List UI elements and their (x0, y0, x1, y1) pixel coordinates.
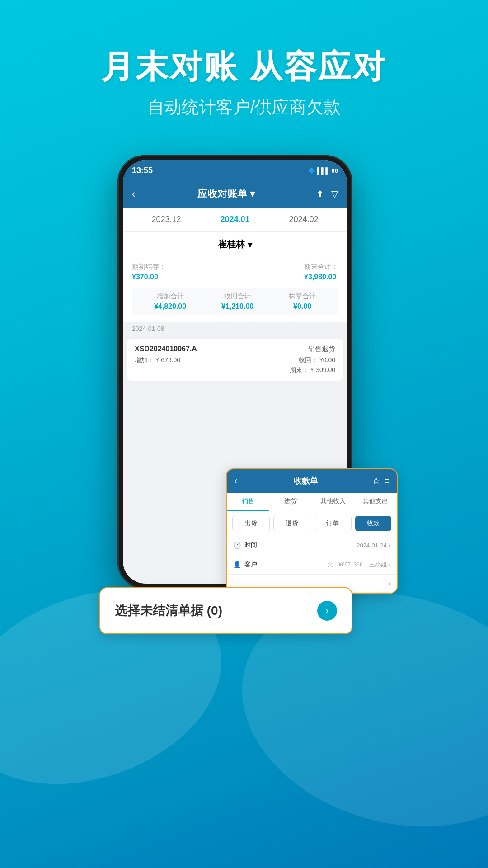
overlay-back-button[interactable]: ‹ (234, 475, 237, 487)
customer-field-arrow: › (389, 561, 390, 568)
period-end-stat: 期末合计： ¥3,980.00 (304, 263, 338, 281)
period-end-label: 期末合计： (304, 263, 338, 271)
sub-title: 自动统计客户/供应商欠款 (101, 96, 387, 119)
page-container: 月末对账 从容应对 自动统计客户/供应商欠款 13:55 🔷 ▌▌▌ 66 ‹ (0, 0, 488, 868)
nav-bar: ‹ 应收对账单 ▾ ⬆ ▽ (123, 180, 347, 208)
writeoff-stat: 抹零合计 ¥0.00 (289, 292, 316, 311)
header-section: 月末对账 从容应对 自动统计客户/供应商欠款 (101, 45, 387, 119)
filter-icon[interactable]: ▽ (331, 189, 338, 199)
transaction-type: 销售退货 (308, 345, 335, 354)
export-icon[interactable]: ⬆ (316, 189, 324, 199)
period-start-value: ¥370.00 (132, 273, 166, 281)
order-button[interactable]: 订单 (314, 516, 352, 531)
overlay-title: 收款单 (294, 476, 318, 486)
main-title: 月末对账 从容应对 (101, 45, 387, 89)
battery-icon: 66 (332, 167, 338, 174)
delivery-button[interactable]: 出货 (232, 516, 270, 531)
customer-name[interactable]: 崔桂林 ▾ (132, 238, 338, 250)
tx-recover: 收回： ¥0.00 (299, 356, 335, 364)
collect-button[interactable]: 收款 (355, 516, 392, 531)
writeoff-label: 抹零合计 (289, 292, 316, 301)
nav-dropdown-icon[interactable]: ▾ (250, 188, 255, 200)
customer-arrow-icon: ▾ (248, 239, 252, 250)
nav-title: 应收对账单 ▾ (197, 187, 255, 201)
status-bar: 13:55 🔷 ▌▌▌ 66 (123, 160, 347, 180)
print-icon[interactable]: ⎙ (374, 476, 379, 486)
tx-increase: 增加： ¥-679.00 (135, 356, 180, 364)
phone-wrapper: 13:55 🔷 ▌▌▌ 66 ‹ 应收对账单 ▾ ⬆ (117, 155, 371, 607)
overlay-nav-icons: ⎙ ≡ (374, 476, 389, 486)
bottom-card-text: 选择未结清单据 (0) (115, 602, 222, 619)
period-end-value: ¥3,980.00 (304, 273, 338, 281)
recover-label: 收回合计 (224, 292, 251, 301)
recover-stat: 收回合计 ¥1,210.00 (221, 292, 253, 311)
back-button[interactable]: ‹ (132, 188, 136, 200)
recover-value: ¥1,210.00 (221, 302, 253, 311)
bottom-card[interactable]: 选择未结清单据 (0) › (99, 587, 352, 634)
overlay-action-buttons: 出货 退货 订单 收款 (227, 511, 397, 536)
date-tabs: 2023.12 2024.01 2024.02 (123, 208, 347, 232)
customer-icon: 👤 (233, 561, 241, 568)
tab-other-income[interactable]: 其他收入 (312, 493, 354, 511)
period-start-stat: 期初结存： ¥370.00 (132, 263, 166, 281)
overlay-card: ‹ 收款单 ⎙ ≡ 销售 进货 其他收入 其他支出 出货 退货 订单 收款 (226, 468, 398, 594)
increase-value: ¥4,820.00 (154, 302, 186, 311)
tab-sales[interactable]: 销售 (227, 493, 269, 511)
stats-section: 期初结存： ¥370.00 期末合计： ¥3,980.00 增加合计 ¥4,82… (123, 257, 347, 322)
customer-field[interactable]: 👤 客户 欠：¥6671366... 王小姐 › (227, 555, 397, 575)
date-group-label: 2024-01-08 (123, 322, 347, 335)
overlay-tabs: 销售 进货 其他收入 其他支出 (227, 493, 397, 511)
bluetooth-icon: 🔷 (308, 167, 315, 174)
time-icon: 🕐 (233, 542, 241, 549)
period-start-label: 期初结存： (132, 263, 166, 271)
date-tab-next[interactable]: 2024.02 (289, 215, 318, 224)
transaction-item[interactable]: XSD2024010067.A 销售退货 增加： ¥-679.00 收回： ¥0… (127, 339, 343, 381)
writeoff-value: ¥0.00 (293, 302, 311, 311)
extra-field-arrow: › (389, 580, 390, 587)
list-icon[interactable]: ≡ (385, 476, 389, 486)
time-field[interactable]: 🕐 时间 2024-01-24 › (227, 536, 397, 555)
nav-icons: ⬆ ▽ (316, 189, 338, 199)
date-tab-prev[interactable]: 2023.12 (151, 215, 181, 224)
overlay-nav: ‹ 收款单 ⎙ ≡ (227, 469, 397, 493)
signal-icon: ▌▌▌ (317, 167, 330, 174)
status-icons: 🔷 ▌▌▌ 66 (308, 167, 338, 174)
tab-other-expense[interactable]: 其他支出 (354, 493, 397, 511)
return-button[interactable]: 退货 (273, 516, 311, 531)
transaction-id: XSD2024010067.A (135, 345, 197, 354)
bottom-card-arrow: › (317, 601, 337, 621)
tab-purchase[interactable]: 进货 (269, 493, 312, 511)
date-tab-current[interactable]: 2024.01 (220, 215, 249, 224)
status-time: 13:55 (132, 166, 153, 175)
time-field-arrow: › (389, 542, 390, 549)
tx-period-end: 期末： ¥-309.00 (290, 366, 335, 374)
customer-section: 崔桂林 ▾ (123, 232, 347, 257)
increase-label: 增加合计 (157, 292, 184, 301)
increase-stat: 增加合计 ¥4,820.00 (154, 292, 186, 311)
